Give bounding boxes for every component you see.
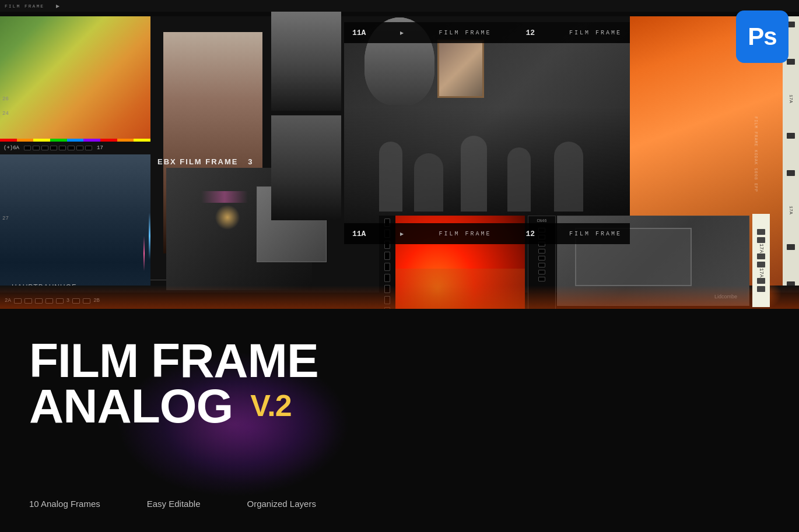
ps-badge: Ps <box>736 10 789 63</box>
version-badge: V.2 <box>250 392 291 420</box>
ebx-label: EBX FILM FRAME 3 <box>157 157 254 166</box>
collage-area: 16A CR23 17 <box>0 0 799 309</box>
museum-top-bar: 11A ▶ FILM FRAME 12 FILM FRAME <box>344 22 630 43</box>
strip-17a: 17A 17A <box>752 214 770 307</box>
main-title: FILM FRAME ANALOG V.2 <box>29 338 367 429</box>
title-section: FILM FRAME ANALOG V.2 <box>0 309 397 452</box>
feature-easy-editable: Easy Editable <box>147 499 201 509</box>
feature-analog-frames: 10 Analog Frames <box>29 499 100 509</box>
info-area: FILM FRAME ANALOG V.2 10 Analog Frames E… <box>0 309 799 532</box>
feature-organized-layers: Organized Layers <box>247 499 316 509</box>
museum-bottom-bar: 11A ▶ FILM FRAME 12 FILM FRAME <box>344 223 630 244</box>
china-street-photo: 16A CR23 17 <box>0 0 150 154</box>
features-row: 10 Analog Frames Easy Editable Organized… <box>29 499 316 509</box>
